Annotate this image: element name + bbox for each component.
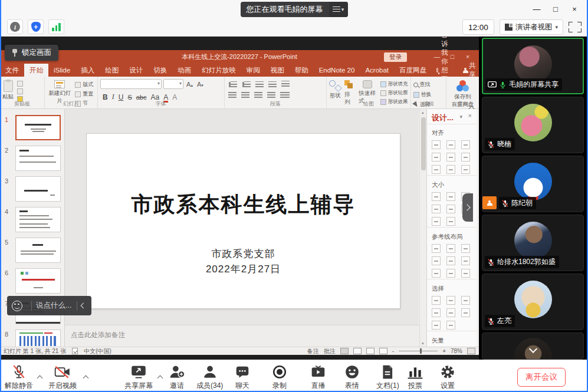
ribbon-tab-help[interactable]: 帮助	[290, 64, 314, 77]
paste-button[interactable]: 粘贴	[2, 79, 14, 102]
size-tool[interactable]	[446, 192, 455, 201]
leave-meeting-button[interactable]: 离开会议	[517, 368, 566, 387]
caret-down-icon[interactable]: ▾	[459, 114, 462, 120]
slide-title-text[interactable]: 市政系本科生线上辅导	[87, 190, 400, 219]
view-mode-selector[interactable]: 演讲者视图 ▾	[500, 19, 563, 35]
ribbon-tab-baidu[interactable]: 百度网盘	[394, 64, 432, 77]
guide-tool[interactable]	[446, 244, 455, 253]
audio-options-arrow[interactable]	[38, 372, 42, 383]
scrollbar-thumb[interactable]	[421, 117, 426, 170]
banner-menu-button[interactable]: ▾	[329, 2, 348, 17]
align-tool[interactable]	[461, 153, 470, 162]
settings-button[interactable]: 设置	[440, 364, 455, 391]
notes-placeholder[interactable]: 点击此处添加备注	[71, 331, 125, 340]
slideshow-icon[interactable]	[379, 348, 387, 354]
align-tool[interactable]	[432, 165, 441, 174]
ribbon-tab-review[interactable]: 审阅	[241, 64, 265, 77]
select-tool[interactable]	[432, 321, 441, 330]
video-options-arrow[interactable]	[84, 372, 88, 383]
scroll-more-button[interactable]	[530, 344, 536, 354]
zoom-in-button[interactable]: +	[442, 348, 446, 354]
fit-slide-icon[interactable]	[467, 348, 475, 354]
scroll-up-icon[interactable]: ▴	[422, 110, 424, 115]
shape-fill-button[interactable]: 形状填充	[380, 81, 408, 88]
close-button[interactable]: ×	[567, 2, 582, 15]
emoji-smiley-icon[interactable]	[12, 301, 22, 311]
font-size-combobox[interactable]	[163, 79, 183, 89]
layout-button[interactable]: 版式	[75, 81, 93, 88]
ribbon-tab-endnote[interactable]: EndNote 20	[314, 64, 360, 77]
align-tool[interactable]	[461, 140, 470, 149]
participant-tile-xiaonan[interactable]: 晓楠	[482, 97, 584, 153]
ppt-close-button[interactable]: ×	[461, 50, 474, 62]
select-tool[interactable]	[461, 296, 470, 305]
decrease-font-button[interactable]: A▾	[196, 81, 205, 88]
numbered-list-icon[interactable]	[244, 81, 251, 88]
align-tool[interactable]	[446, 140, 455, 149]
align-center-icon[interactable]	[241, 92, 249, 98]
ribbon-tab-animations[interactable]: 动画	[172, 64, 196, 77]
replace-button[interactable]: 替换	[413, 91, 444, 98]
guide-tool[interactable]	[461, 256, 470, 265]
chat-button[interactable]: 聊天	[235, 364, 250, 391]
ribbon-tab-insert[interactable]: 插入	[75, 64, 100, 77]
ribbon-tab-home[interactable]: 开始	[24, 64, 48, 77]
ribbon-tab-draw[interactable]: 绘图	[100, 64, 124, 77]
guide-tool[interactable]	[432, 256, 441, 265]
reset-button[interactable]: 重置	[75, 90, 93, 98]
canvas-scrollbar[interactable]: ▴ ▾	[419, 109, 426, 347]
panel-close-icon[interactable]: ×	[468, 112, 472, 119]
ribbon-tab-slideshow[interactable]: 幻灯片放映	[196, 64, 241, 77]
notes-pane[interactable]: 点击此处添加备注	[65, 325, 419, 347]
participant-tile-guorusheng[interactable]: 给排水1802郭如盛	[482, 215, 584, 271]
vote-button[interactable]: 投票	[407, 364, 423, 391]
justify-icon[interactable]	[267, 92, 275, 98]
ribbon-tab-view[interactable]: 视图	[265, 64, 290, 77]
collapse-ribbon-button[interactable]	[469, 103, 475, 107]
copy-button[interactable]	[17, 88, 23, 94]
ribbon-tab-file[interactable]: 文件	[0, 64, 24, 77]
maximize-button[interactable]: □	[548, 2, 563, 15]
ribbon-tab-transitions[interactable]: 切换	[148, 64, 172, 77]
emoji-button[interactable]: 表情	[344, 364, 360, 391]
text-direction-icon[interactable]	[280, 92, 290, 98]
zoom-out-button[interactable]: -	[392, 348, 394, 354]
size-tool[interactable]	[432, 192, 441, 201]
ribbon-tab-design[interactable]: 设计	[124, 64, 148, 77]
lock-view-tooltip[interactable]: 锁定画面	[5, 45, 58, 61]
security-button[interactable]: +	[28, 19, 44, 34]
line-spacing-icon[interactable]	[281, 81, 290, 88]
reading-view-icon[interactable]	[366, 348, 375, 354]
align-left-icon[interactable]	[228, 92, 236, 98]
notes-toggle[interactable]: 备注	[307, 347, 319, 355]
tell-me-box[interactable]: 告诉我你想要做什么	[432, 64, 456, 77]
fullscreen-button[interactable]	[569, 21, 582, 34]
guide-tool[interactable]	[461, 269, 470, 278]
normal-view-icon[interactable]	[340, 348, 349, 354]
strikethrough-button[interactable]: S	[127, 94, 132, 101]
increase-font-button[interactable]: A▴	[185, 81, 194, 88]
decrease-indent-icon[interactable]	[255, 81, 264, 88]
size-tool[interactable]	[432, 217, 441, 226]
chat-quick-input[interactable]: 说点什么...	[7, 296, 91, 315]
ribbon-tab-acrobat[interactable]: Acrobat	[360, 64, 394, 77]
guide-tool[interactable]	[461, 244, 470, 253]
sidebar-collapse-handle[interactable]	[462, 193, 473, 222]
increase-indent-icon[interactable]	[268, 81, 277, 88]
slide-subtitle-2[interactable]: 2022年2月27日	[87, 262, 400, 276]
guide-tool[interactable]	[432, 244, 441, 253]
ribbon-tab-islide[interactable]: iSlide	[48, 64, 75, 77]
slide-sorter-icon[interactable]	[353, 348, 362, 354]
find-button[interactable]: 查找	[413, 81, 444, 88]
bullet-list-icon[interactable]	[231, 81, 237, 88]
size-tool[interactable]	[432, 205, 441, 213]
ppt-signin-button[interactable]: 登录	[384, 52, 407, 62]
font-name-combobox[interactable]	[100, 79, 162, 89]
language-indicator[interactable]: 中文(中国)	[84, 347, 111, 355]
chevron-left-icon[interactable]	[81, 303, 87, 309]
align-tool[interactable]	[446, 153, 455, 162]
align-tool[interactable]	[461, 165, 470, 174]
share-options-arrow[interactable]	[158, 372, 162, 383]
guide-tool[interactable]	[446, 269, 455, 278]
cut-button[interactable]	[17, 81, 23, 87]
